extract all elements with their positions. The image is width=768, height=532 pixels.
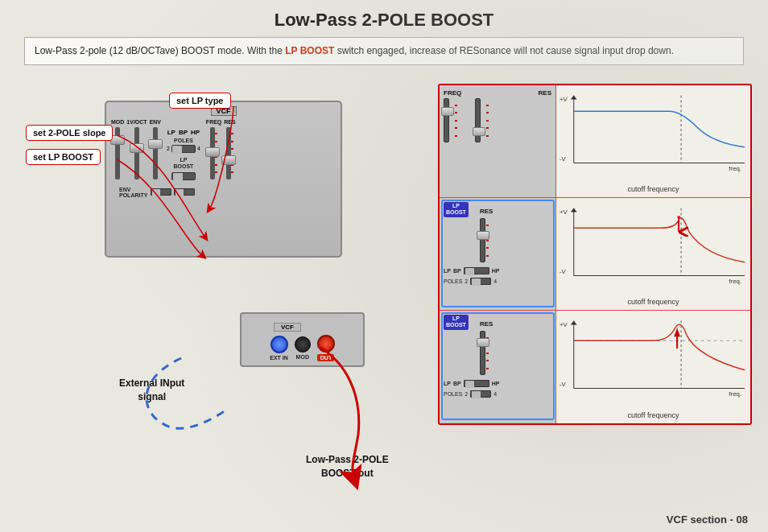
- res-slider-unit-r1: [475, 98, 481, 142]
- filter-graph-row2: +V -V freq.: [556, 198, 750, 310]
- svg-text:+V: +V: [559, 96, 568, 103]
- filter-row-2: LPBOOST RES LP: [440, 198, 750, 311]
- freq-s-handle-r1[interactable]: [441, 107, 454, 116]
- res-s-handle-r1[interactable]: [473, 127, 485, 136]
- filter-section: FREQ RES: [438, 84, 752, 425]
- hp-label-panel: HP: [191, 129, 200, 136]
- res-slider-col: RES: [224, 119, 235, 180]
- poles-label-r2: POLES: [444, 278, 462, 284]
- res-s-handle-r3[interactable]: [477, 338, 489, 347]
- env-slider-track[interactable]: [153, 127, 158, 179]
- callout-set-lp-type: set LP type: [169, 93, 231, 109]
- poles-2-r3: 2: [465, 391, 468, 397]
- ft-switch-r2[interactable]: [464, 267, 489, 274]
- poles-2-r2: 2: [465, 278, 468, 284]
- poles-label-panel: POLES: [174, 138, 193, 143]
- res-s-handle-r2[interactable]: [477, 231, 489, 240]
- cutoff-label-r2: cutoff frequency: [558, 298, 749, 308]
- 1voct-slider-handle[interactable]: [130, 143, 144, 153]
- svg-text:freq.: freq.: [729, 278, 741, 285]
- ctrl-sliders-row1: [444, 98, 551, 142]
- external-input-label: External INputsignal: [119, 377, 184, 404]
- vcf-main-panel: VCF MOD 1V/OCT ENV: [105, 101, 342, 258]
- out-label: OUT: [317, 354, 334, 361]
- hp-ft-label-r2: HP: [492, 268, 500, 274]
- poles-switch[interactable]: [171, 145, 196, 153]
- svg-text:+V: +V: [559, 321, 568, 328]
- freq-ctrl-label: FREQ: [444, 89, 461, 97]
- poles-knob-r2: [472, 278, 481, 286]
- ft-knob-r2: [465, 268, 474, 275]
- freq-slider-track[interactable]: [210, 127, 215, 179]
- mod-slider-track[interactable]: [115, 127, 120, 179]
- filter-svg-r3: +V -V freq.: [558, 312, 749, 401]
- env-pol-switch1[interactable]: [151, 188, 171, 196]
- 1voct-slider-track[interactable]: [134, 127, 139, 179]
- filter-svg-r2: +V -V freq.: [558, 200, 749, 288]
- filter-row-3: LPBOOST RES LP BP: [440, 311, 750, 423]
- ext-in-button[interactable]: [270, 336, 288, 353]
- res-ctrl-label: RES: [539, 89, 551, 97]
- vcf-small-label: VCF: [274, 323, 301, 332]
- svg-text:+V: +V: [559, 208, 568, 216]
- env-slider-handle[interactable]: [148, 139, 163, 149]
- svg-text:-V: -V: [559, 268, 567, 275]
- res-label-r2: RES: [480, 208, 493, 215]
- cutoff-label-r1: cutoff frequency: [558, 185, 749, 196]
- env-label: ENV: [150, 119, 161, 126]
- freq-s-track-r1[interactable]: [444, 98, 449, 142]
- res-s-track-r2[interactable]: [480, 218, 485, 262]
- res-slider-handle[interactable]: [221, 155, 236, 165]
- description-text-prefix: Low-Pass 2-pole (12 dB/OCTave) BOOST mod…: [35, 45, 285, 56]
- ft-switch-r3[interactable]: [464, 380, 489, 387]
- filter-graph-row3: +V -V freq.: [556, 311, 750, 423]
- ext-in-label: EXT IN: [270, 355, 288, 361]
- filter-type-row-r2: LP BP HP: [444, 267, 551, 274]
- svg-marker-25: [674, 328, 680, 336]
- freq-slider-col: FREQ: [206, 119, 221, 180]
- poles-label-r3: POLES: [444, 391, 462, 397]
- filter-svg-r1: +V -V freq.: [558, 87, 749, 175]
- filter-row-1: FREQ RES: [440, 85, 750, 198]
- env-slider-col: ENV: [150, 119, 161, 180]
- env-pol-knob2: [175, 189, 184, 196]
- bp-ft-label-r2: BP: [453, 268, 461, 274]
- ft-knob-r3: [465, 381, 474, 388]
- freq-slider-handle[interactable]: [205, 147, 220, 157]
- poles-4-r3: 4: [493, 391, 497, 397]
- poles-4-r2: 4: [493, 278, 497, 284]
- lp-boost-panel-label: LPBOOST: [174, 157, 194, 171]
- filter-graph-row1: +V -V freq. cutoff frequency: [556, 85, 750, 197]
- mod-knob[interactable]: [295, 336, 311, 353]
- res-dashes-r2: [486, 218, 489, 262]
- out-button[interactable]: [317, 335, 335, 353]
- res-s-track-r3[interactable]: [480, 331, 485, 375]
- callout-set-lp-boost: set LP BOOST: [26, 149, 101, 165]
- svg-text:-V: -V: [559, 155, 567, 163]
- boost-out-label: Low-Pass 2-POLEBOOST out: [306, 453, 389, 480]
- freq-dashes-r1: [455, 98, 457, 142]
- poles-switch-r2[interactable]: [470, 278, 491, 285]
- lp-boost-switch-knob: [173, 173, 183, 181]
- lp-label-panel: LP: [167, 129, 175, 136]
- lp-boost-highlight: LP BOOST: [285, 45, 334, 56]
- filter-row1-controls: FREQ RES: [440, 85, 556, 197]
- ext-in-group: EXT IN: [270, 336, 288, 361]
- lp-boost-switch[interactable]: [171, 172, 196, 180]
- env-pol-knob1: [152, 189, 160, 196]
- section-label: VCF section - 08: [667, 513, 748, 526]
- filter-graph-inner-r2: +V -V freq.: [558, 200, 749, 298]
- poles-switch-r3[interactable]: [470, 390, 491, 398]
- res-dashes-r1: [486, 98, 489, 142]
- env-polarity-label: ENVPOLARITY: [119, 187, 147, 198]
- mod-slider-col: MOD: [111, 119, 124, 180]
- vcf-small-controls-row: EXT IN MOD OUT: [246, 335, 359, 361]
- res-slider-track[interactable]: [226, 127, 231, 179]
- env-pol-switch2[interactable]: [174, 188, 195, 196]
- res-label-r3: RES: [480, 320, 493, 328]
- env-polarity-switches: [151, 188, 195, 196]
- cutoff-label-r3: cutoff frequency: [558, 411, 749, 422]
- res-s-track-r1[interactable]: [475, 98, 481, 142]
- res-dashes: [231, 127, 234, 179]
- res-label: RES: [224, 119, 235, 126]
